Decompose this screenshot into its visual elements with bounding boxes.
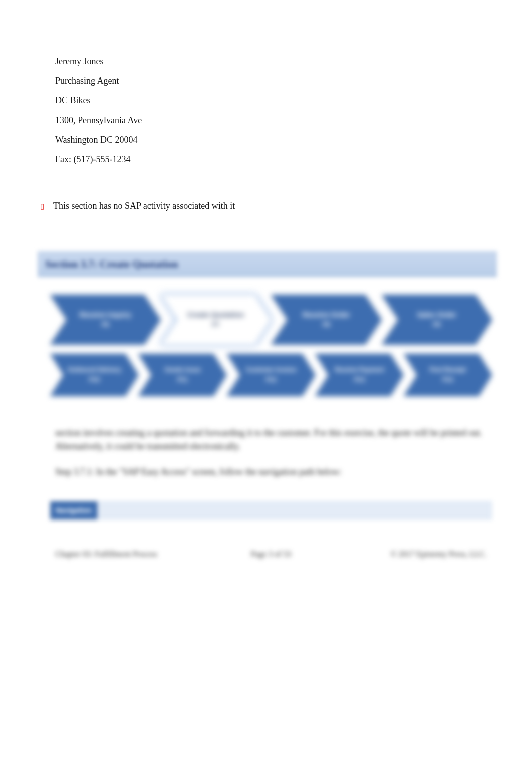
process-flow: Receive Inquiry P6 Create Quotation P7 R… (50, 295, 492, 396)
step-code: P6 (80, 321, 132, 329)
flow-row-2: Outbound Delivery P10 Goods Issue P11 Cu… (50, 354, 492, 396)
flow-step-customer-invoice: Customer Invoice P12 (227, 354, 315, 396)
step-title: Goods Issue (165, 366, 201, 374)
footer-page: Page 3 of 53 (222, 550, 320, 559)
contact-city-zip: Washington DC 20004 (55, 134, 487, 146)
navigation-bar: Navigation (50, 501, 492, 519)
section-header: Section 3.7: Create Quotation (38, 251, 497, 277)
step-title: Receive Inquiry (80, 310, 132, 319)
step-code: P8 (303, 321, 350, 329)
step-code: P9 (417, 321, 456, 329)
flow-step-create-quotation: Create Quotation P7 (161, 295, 272, 345)
flow-step-goods-issue: Goods Issue P11 (138, 354, 226, 396)
page-footer: Chapter 03: Fulfillment Process Page 3 o… (55, 550, 487, 559)
note-text: This section has no SAP activity associa… (53, 201, 235, 211)
step-code: P12 (246, 376, 297, 384)
flow-step-post-receipt: Post Receipt P14 (404, 354, 492, 396)
flow-row-1: Receive Inquiry P6 Create Quotation P7 R… (50, 295, 492, 345)
step-code: P7 (187, 321, 244, 329)
flow-step-sales-order: Sales Order P9 (382, 295, 492, 345)
step-code: P10 (68, 376, 121, 384)
flow-step-receive-order: Receive Order P8 (271, 295, 382, 345)
note-row: ▯ This section has no SAP activity assoc… (40, 201, 487, 211)
navigation-path (97, 501, 492, 519)
navigation-label: Navigation (50, 501, 97, 519)
step-title: Receive Order (303, 310, 350, 319)
flow-step-outbound-delivery: Outbound Delivery P10 (50, 354, 138, 396)
flow-step-receive-inquiry: Receive Inquiry P6 (50, 295, 161, 345)
body-paragraph-2: Step 3.7.1: In the "SAP Easy Access" scr… (55, 465, 487, 479)
note-icon: ▯ (40, 202, 44, 211)
contact-name: Jeremy Jones (55, 55, 487, 68)
step-title: Outbound Delivery (68, 366, 121, 374)
flow-step-receive-payment: Receive Payment P13 (315, 354, 403, 396)
footer-chapter: Chapter 03: Fulfillment Process (55, 550, 222, 559)
contact-title: Purchasing Agent (55, 75, 487, 87)
contact-fax: Fax: (517)-555-1234 (55, 153, 487, 166)
step-title: Customer Invoice (246, 366, 297, 374)
step-code: P11 (165, 376, 201, 384)
body-paragraph-1: section involves creating a quotation an… (55, 426, 487, 453)
step-code: P13 (335, 376, 384, 384)
step-title: Post Receipt (429, 366, 466, 374)
step-title: Sales Order (417, 310, 456, 319)
contact-company: DC Bikes (55, 94, 487, 107)
contact-block: Jeremy Jones Purchasing Agent DC Bikes 1… (55, 55, 487, 166)
step-title: Receive Payment (335, 366, 384, 374)
step-title: Create Quotation (187, 310, 244, 319)
body-text: section involves creating a quotation an… (55, 426, 487, 479)
contact-street: 1300, Pennsylvania Ave (55, 114, 487, 127)
section-header-text: Section 3.7: Create Quotation (45, 258, 178, 270)
step-code: P14 (429, 376, 466, 384)
footer-copyright: © 2017 Epistemy Press, LLC. (320, 550, 487, 559)
